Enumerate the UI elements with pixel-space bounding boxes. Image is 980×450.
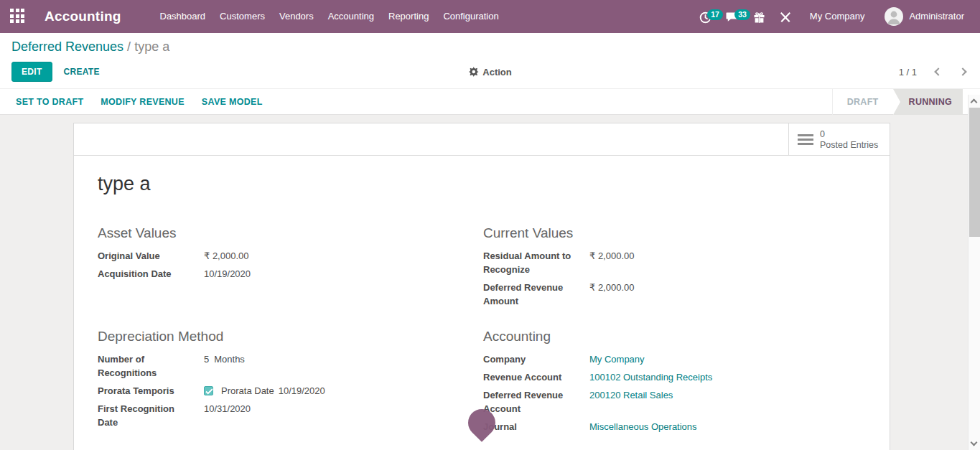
- action-label: Action: [482, 67, 511, 78]
- field-original-value: Original Value ₹ 2,000.00: [98, 247, 483, 265]
- apps-menu-icon[interactable]: [10, 9, 26, 24]
- stage-widget: DRAFT RUNNING: [832, 89, 963, 115]
- field-label: Prorata Temporis: [98, 384, 204, 398]
- journal-link[interactable]: Miscellaneous Operations: [589, 420, 697, 433]
- activities-badge: 17: [707, 9, 723, 20]
- field-value: ₹ 2,000.00: [204, 249, 249, 263]
- menu-vendors[interactable]: Vendors: [272, 0, 321, 33]
- field-label: Company: [483, 352, 589, 366]
- company-switcher[interactable]: My Company: [801, 0, 874, 33]
- field-label: Revenue Account: [483, 370, 589, 384]
- record-title: type a: [98, 173, 866, 195]
- prorata-date-label: Prorata Date: [221, 385, 274, 396]
- messages-badge: 33: [734, 9, 750, 20]
- gift-button[interactable]: [749, 7, 773, 27]
- scroll-down-icon[interactable]: [971, 439, 978, 446]
- field-label: Residual Amount to Recognize: [483, 249, 589, 276]
- field-label: Number of Recognitions: [98, 352, 204, 380]
- avatar: [885, 7, 903, 26]
- tools-button[interactable]: [775, 7, 798, 26]
- form-sheet: 0 Posted Entries type a Asset Values Ori…: [73, 123, 890, 450]
- group-heading: Current Values: [483, 225, 866, 241]
- control-panel: Deferred Revenues / type a EDIT CREATE A…: [0, 33, 980, 88]
- field-number-of-recognitions: Number of Recognitions 5Months: [98, 350, 483, 382]
- field-label: Deferred Revenue Account: [483, 388, 589, 416]
- field-value: Prorata Date10/19/2020: [204, 384, 325, 398]
- field-deferred-revenue-amount: Deferred Revenue Amount ₹ 2,000.00: [483, 278, 866, 310]
- field-value: 5Months: [204, 352, 245, 380]
- company-link[interactable]: My Company: [589, 352, 645, 366]
- breadcrumb-parent[interactable]: Deferred Revenues: [11, 39, 123, 54]
- field-residual-amount: Residual Amount to Recognize ₹ 2,000.00: [483, 247, 866, 278]
- vertical-scrollbar[interactable]: [968, 95, 980, 450]
- field-value: 10/19/2020: [204, 267, 251, 281]
- main-menu: Dashboard Customers Vendors Accounting R…: [153, 0, 506, 33]
- field-label: First Recognition Date: [98, 402, 204, 429]
- set-to-draft-button[interactable]: SET TO DRAFT: [16, 97, 83, 107]
- journal-entries-icon: [798, 134, 813, 145]
- field-company: Company My Company: [483, 350, 866, 368]
- pager-next-icon[interactable]: [958, 67, 966, 75]
- user-name: Administrator: [909, 0, 964, 33]
- field-deferred-revenue-account: Deferred Revenue Account 200120 Retail S…: [483, 386, 866, 418]
- breadcrumb-separator: /: [127, 39, 134, 54]
- save-model-button[interactable]: SAVE MODEL: [202, 97, 263, 107]
- stage-running: RUNNING: [893, 89, 963, 115]
- group-current-values: Current Values Residual Amount to Recogn…: [483, 225, 866, 310]
- revenue-account-link[interactable]: 100102 Outstanding Receipts: [589, 370, 712, 384]
- pager-previous-icon[interactable]: [934, 67, 942, 75]
- field-value: ₹ 2,000.00: [589, 249, 635, 276]
- form-view: 0 Posted Entries type a Asset Values Ori…: [0, 115, 980, 449]
- field-prorata-temporis: Prorata Temporis Prorata Date10/19/2020: [98, 382, 483, 400]
- prorata-checkbox[interactable]: [204, 386, 213, 395]
- tools-x-icon: [780, 11, 791, 23]
- posted-entries-label: Posted Entries: [820, 140, 878, 151]
- pager-counter: 1 / 1: [899, 67, 917, 78]
- action-menu-button[interactable]: Action: [468, 67, 511, 78]
- field-value: ₹ 2,000.00: [589, 281, 635, 308]
- posted-entries-button[interactable]: 0 Posted Entries: [788, 123, 890, 156]
- field-revenue-account: Revenue Account 100102 Outstanding Recei…: [483, 368, 866, 386]
- deferred-revenue-account-link[interactable]: 200120 Retail Sales: [589, 388, 673, 416]
- field-journal: Journal Miscellaneous Operations: [483, 418, 866, 436]
- field-label: Journal: [483, 420, 589, 433]
- menu-dashboard[interactable]: Dashboard: [153, 0, 213, 33]
- scrollbar-thumb[interactable]: [969, 108, 980, 237]
- user-menu[interactable]: Administrator: [876, 0, 973, 33]
- create-button[interactable]: CREATE: [55, 62, 108, 81]
- breadcrumb-current: type a: [134, 39, 169, 54]
- field-first-recognition-date: First Recognition Date 10/31/2020: [98, 400, 483, 431]
- activities-button[interactable]: 17: [695, 7, 719, 27]
- menu-customers[interactable]: Customers: [213, 0, 272, 33]
- gear-icon: [468, 67, 478, 77]
- messages-button[interactable]: 33: [722, 7, 746, 26]
- menu-reporting[interactable]: Reporting: [381, 0, 436, 33]
- field-value: 10/31/2020: [204, 402, 251, 429]
- field-acquisition-date: Acquisition Date 10/19/2020: [98, 265, 483, 283]
- field-label: Deferred Revenue Amount: [483, 281, 589, 308]
- modify-revenue-button[interactable]: MODIFY REVENUE: [101, 97, 185, 107]
- scroll-up-icon[interactable]: [971, 99, 978, 106]
- button-box: 0 Posted Entries: [74, 123, 890, 156]
- stage-draft[interactable]: DRAFT: [832, 89, 893, 115]
- group-depreciation-method: Depreciation Method Number of Recognitio…: [98, 329, 483, 436]
- statusbar: SET TO DRAFT MODIFY REVENUE SAVE MODEL D…: [0, 88, 980, 115]
- group-accounting: Accounting Company My Company Revenue Ac…: [483, 329, 866, 436]
- group-heading: Depreciation Method: [98, 329, 483, 344]
- group-heading: Accounting: [483, 329, 866, 344]
- posted-entries-count: 0: [820, 129, 878, 140]
- breadcrumb: Deferred Revenues / type a: [11, 39, 969, 55]
- group-asset-values: Asset Values Original Value ₹ 2,000.00 A…: [98, 225, 483, 310]
- field-label: Acquisition Date: [98, 267, 204, 281]
- field-label: Original Value: [98, 249, 204, 263]
- app-name[interactable]: Accounting: [45, 9, 121, 24]
- prorata-date-value: 10/19/2020: [279, 385, 325, 396]
- menu-accounting[interactable]: Accounting: [321, 0, 381, 33]
- gift-icon: [753, 11, 765, 24]
- top-navbar: Accounting Dashboard Customers Vendors A…: [0, 0, 980, 33]
- edit-button[interactable]: EDIT: [11, 62, 52, 82]
- menu-configuration[interactable]: Configuration: [436, 0, 505, 33]
- group-heading: Asset Values: [98, 225, 483, 241]
